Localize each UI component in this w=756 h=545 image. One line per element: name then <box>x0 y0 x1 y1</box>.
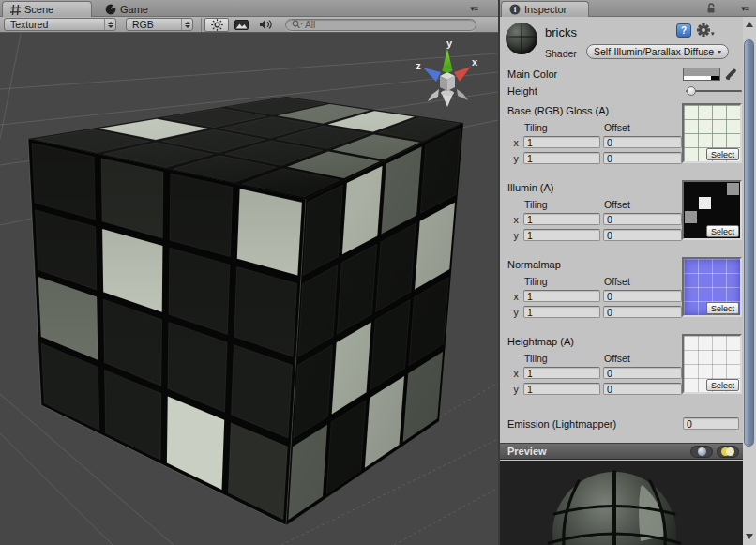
tab-inspector-label: Inspector <box>524 4 567 15</box>
inspector-scrollbar[interactable] <box>743 17 756 545</box>
offset-column-header: Offset <box>604 122 630 133</box>
texture-thumbnail[interactable]: Select <box>682 334 742 394</box>
unity-editor-window: Scene Game Textured RGB <box>0 0 756 545</box>
dropdown-arrows-icon <box>181 19 192 30</box>
eyedropper-icon[interactable] <box>725 67 739 81</box>
x-axis-row-label: x <box>511 137 521 148</box>
tiling-y-input[interactable] <box>523 152 600 164</box>
search-input[interactable] <box>305 20 462 30</box>
texture-thumbnail[interactable]: Select <box>682 103 742 163</box>
scene-tabbar: Scene Game <box>0 0 498 17</box>
draw-mode-dropdown[interactable]: Textured <box>4 18 116 31</box>
scrollbar-up-icon[interactable] <box>743 19 756 30</box>
axis-x-label[interactable]: x <box>472 56 478 68</box>
preview-content[interactable] <box>500 461 743 545</box>
scene-search-field[interactable] <box>285 19 476 31</box>
emission-row: Emission (Lightmapper) <box>500 416 756 433</box>
tiling-x-input[interactable] <box>523 367 600 379</box>
height-label: Height <box>507 85 537 97</box>
scene-toolbar: Textured RGB <box>0 17 498 33</box>
offset-y-input[interactable] <box>603 152 682 164</box>
tiling-x-input[interactable] <box>523 290 600 302</box>
offset-x-input[interactable] <box>603 367 682 379</box>
tiling-column-header: Tiling <box>524 276 548 287</box>
speaker-icon <box>259 19 272 30</box>
offset-y-input[interactable] <box>603 229 682 241</box>
emission-input[interactable] <box>683 417 739 430</box>
alpha-bar <box>684 76 719 80</box>
tiling-x-input[interactable] <box>523 136 600 148</box>
inspector-body: bricks ? ▾ Shader <box>500 17 756 545</box>
info-icon: i <box>509 4 521 15</box>
help-icon[interactable]: ? <box>676 23 691 38</box>
main-color-swatch[interactable] <box>683 68 720 81</box>
offset-column-header: Offset <box>604 353 630 364</box>
scene-3d-view: y x z <box>0 33 498 545</box>
scene-lighting-toggle[interactable] <box>204 18 229 32</box>
scene-audio-toggle[interactable] <box>253 18 278 32</box>
tab-game[interactable]: Game <box>98 1 156 17</box>
texture-select-button[interactable]: Select <box>706 302 739 314</box>
preview-sphere-button[interactable] <box>690 446 713 458</box>
preview-section: Preview <box>500 443 743 545</box>
y-axis-row-label: y <box>511 384 521 395</box>
tab-scene[interactable]: Scene <box>2 1 92 17</box>
offset-x-input[interactable] <box>603 213 682 225</box>
x-axis-row-label: x <box>511 291 521 302</box>
preview-sphere <box>500 461 743 545</box>
tiling-y-input[interactable] <box>523 383 600 395</box>
texture-section: Illumin (A) Tiling Offset x y Select <box>500 182 756 251</box>
offset-x-input[interactable] <box>603 136 682 148</box>
scrollbar-down-icon[interactable] <box>743 531 756 542</box>
lock-icon[interactable] <box>706 3 717 14</box>
texture-section: Base (RGB) Gloss (A) Tiling Offset x y S… <box>500 105 756 174</box>
axis-z-label[interactable]: z <box>416 60 421 71</box>
shader-label: Shader <box>545 48 577 59</box>
texture-section-title: Heightmap (A) <box>507 336 574 347</box>
scene-viewport[interactable]: y x z <box>0 33 498 545</box>
offset-y-input[interactable] <box>603 383 682 395</box>
inspector-panel: i Inspector bricks ? <box>500 0 756 545</box>
material-name: bricks <box>545 25 577 39</box>
dropdown-arrows-icon <box>104 19 115 30</box>
tiling-y-input[interactable] <box>523 229 600 241</box>
texture-thumbnail[interactable]: Select <box>682 180 742 240</box>
preview-header[interactable]: Preview <box>500 443 743 460</box>
offset-y-input[interactable] <box>603 306 682 318</box>
sun-icon <box>211 19 223 31</box>
texture-select-button[interactable]: Select <box>706 148 739 160</box>
scene-panel-menu-icon[interactable] <box>470 4 477 13</box>
main-color-label: Main Color <box>507 68 557 80</box>
offset-column-header: Offset <box>604 276 630 287</box>
texture-sections: Base (RGB) Gloss (A) Tiling Offset x y S… <box>500 105 756 405</box>
scene-panel: Scene Game Textured RGB <box>0 0 498 545</box>
preview-lighting-button[interactable] <box>717 446 739 458</box>
scene-overlay-toggle[interactable] <box>229 18 253 32</box>
shader-value: Self-Illumin/Parallax Diffuse <box>594 46 718 57</box>
tiling-column-header: Tiling <box>524 122 548 133</box>
tiling-y-input[interactable] <box>523 306 600 318</box>
height-slider[interactable] <box>686 90 742 92</box>
lights-icon <box>721 447 734 456</box>
offset-x-input[interactable] <box>603 290 682 302</box>
illumin-tile <box>699 197 711 209</box>
channel-mode-dropdown[interactable]: RGB <box>126 18 193 31</box>
search-icon <box>292 20 303 29</box>
texture-thumbnail[interactable]: Select <box>682 257 742 317</box>
texture-select-button[interactable]: Select <box>706 225 739 237</box>
game-icon <box>105 4 116 15</box>
scrollbar-thumb[interactable] <box>744 39 754 447</box>
tab-inspector[interactable]: i Inspector <box>501 1 589 17</box>
inspector-menu-icon[interactable] <box>741 4 748 13</box>
tiling-x-input[interactable] <box>523 213 600 225</box>
y-axis-row-label: y <box>511 153 521 164</box>
shader-dropdown[interactable]: Self-Illumin/Parallax Diffuse ▾ <box>586 44 729 59</box>
texture-select-button[interactable]: Select <box>706 379 739 391</box>
tab-scene-label: Scene <box>24 4 53 15</box>
context-menu-button[interactable]: ▾ <box>696 23 717 38</box>
axis-y-label[interactable]: y <box>446 38 453 49</box>
x-axis-row-label: x <box>511 368 521 379</box>
slider-knob[interactable] <box>687 86 696 96</box>
emission-label: Emission (Lightmapper) <box>507 418 616 430</box>
texture-section: Normalmap Tiling Offset x y Select <box>500 259 756 328</box>
